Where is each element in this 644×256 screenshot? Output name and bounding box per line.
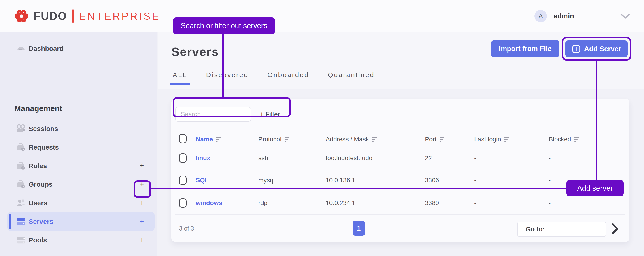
briefcase-clock-icon [16,142,26,152]
sidebar-item-label: Accounts [29,254,59,256]
sidebar-item-label: Pools [29,236,47,244]
page-1-button[interactable]: 1 [352,221,365,236]
column-header-last-login[interactable]: Last login [474,136,510,143]
sort-icon[interactable] [440,137,445,142]
annotation-line [222,34,224,98]
sidebar-item-label: Users [29,199,47,207]
sidebar-item-sessions[interactable]: Sessions [0,120,157,138]
cell-port: 3306 [425,177,439,184]
sidebar-item-label: Sessions [29,125,58,132]
divider [175,192,626,192]
sidebar-item-requests[interactable]: Requests [0,138,157,156]
cell-blocked: - [549,154,551,162]
add-role-plus-button[interactable]: + [137,162,147,170]
row-count-label: 3 of 3 [179,225,194,232]
cell-last-login: - [474,200,476,206]
tab-all[interactable]: ALL [171,71,188,84]
column-header-protocol[interactable]: Protocol [258,136,290,143]
logo-divider [72,10,74,23]
cell-address: 10.0.234.1 [326,200,355,206]
annotation-line [150,188,567,189]
cell-protocol: ssh [258,154,268,162]
sidebar-item-label: Requests [29,144,59,151]
add-account-plus-button[interactable]: + [137,254,147,256]
cell-port: 3389 [425,200,439,206]
fudo-knot-icon [13,8,30,24]
select-all-checkbox[interactable] [179,134,186,143]
add-user-plus-button[interactable]: + [137,199,147,207]
logo-product-text: ENTERPRISE [79,10,160,22]
sort-icon[interactable] [504,137,510,142]
row-checkbox[interactable] [179,176,186,185]
folder-user-icon [16,253,26,256]
divider [175,130,626,130]
app-canvas: FUDO ENTERPRISE A admin Dashboard Manage… [0,0,644,256]
user-menu[interactable]: A admin [534,0,630,32]
section-divider [158,89,644,90]
server-name-link[interactable]: SQL [196,177,209,184]
sidebar-item-label: Roles [29,162,47,170]
add-server-plus-button[interactable]: + [137,217,147,226]
sidebar-item-accounts[interactable]: Accounts + [0,249,157,256]
annotation-search-tip: Search or filter out servers [173,18,275,34]
page-title: Servers [171,45,219,58]
sort-icon[interactable] [216,137,222,142]
row-checkbox[interactable] [179,198,186,208]
annotation-ring-search [173,97,291,118]
add-pool-plus-button[interactable]: + [137,236,147,244]
tab-bar: ALL Discovered Onboarded Quarantined [171,71,376,84]
logo-brand-text: FUDO [34,10,67,22]
sidebar-item-dashboard[interactable]: Dashboard [0,39,157,58]
logo: FUDO ENTERPRISE [13,0,160,32]
servers-table-card: + Filter... Name Protocol Address / Mask… [171,99,630,242]
cell-blocked: - [549,200,551,206]
divider [175,169,626,169]
annotation-line [596,60,598,180]
active-item-accent-bar [8,214,11,230]
column-header-name[interactable]: Name [196,136,222,143]
row-checkbox[interactable] [179,154,186,163]
briefcase-clock-icon [16,180,26,189]
tab-quarantined[interactable]: Quarantined [326,71,376,84]
sort-icon[interactable] [372,137,378,142]
column-header-port[interactable]: Port [425,136,445,143]
sidebar-item-label: Servers [29,218,53,225]
server-name-link[interactable]: windows [196,200,222,206]
sort-icon[interactable] [574,137,580,142]
cell-address: foo.fudotest.fudo [326,154,372,162]
video-camera-icon [16,124,26,134]
tab-onboarded[interactable]: Onboarded [266,71,310,84]
chevron-down-icon[interactable] [620,13,630,19]
sort-icon[interactable] [284,137,290,142]
divider [175,214,626,215]
top-bar: FUDO ENTERPRISE A admin [0,0,644,32]
avatar[interactable]: A [534,10,547,22]
sidebar-section-management: Management [14,104,62,113]
sidebar-item-roles[interactable]: Roles + [0,156,157,175]
users-icon [16,198,26,208]
server-stack-icon [16,235,26,245]
cell-protocol: mysql [258,177,275,184]
sidebar-item-users[interactable]: Users + [0,194,157,212]
sidebar-item-label: Groups [29,181,52,188]
import-from-file-button[interactable]: Import from File [491,40,559,57]
sidebar-item-pools[interactable]: Pools + [0,231,157,249]
server-name-link[interactable]: linux [196,154,210,162]
server-stack-icon [16,217,26,226]
annotation-add-server-tip: Add server [566,180,624,196]
next-page-chevron-icon[interactable] [611,223,619,234]
sidebar: Dashboard Management Sessions Requests R… [0,32,157,256]
column-header-blocked[interactable]: Blocked [549,136,580,143]
cell-last-login: - [474,154,476,162]
goto-page-input[interactable]: Go to: [517,222,606,237]
briefcase-clock-icon [16,161,26,171]
cell-port: 22 [425,154,432,162]
tab-discovered[interactable]: Discovered [205,71,250,84]
cell-blocked: - [549,177,551,184]
sidebar-item-servers[interactable]: Servers + [0,212,157,231]
cell-address: 10.0.136.1 [326,177,355,184]
annotation-ring-plus [134,180,151,198]
column-header-address-mask[interactable]: Address / Mask [326,136,378,143]
cell-protocol: rdp [258,200,267,206]
user-name: admin [554,12,574,20]
